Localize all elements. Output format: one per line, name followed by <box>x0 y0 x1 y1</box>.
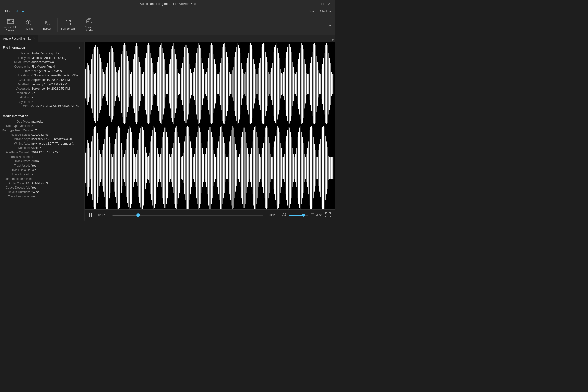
svg-rect-132 <box>173 43 174 124</box>
svg-rect-349 <box>86 148 86 187</box>
svg-rect-335 <box>325 44 326 123</box>
tab-close-button[interactable]: ✕ <box>33 37 35 40</box>
inspect-button[interactable]: Inspect <box>38 17 55 33</box>
svg-rect-136 <box>176 59 177 108</box>
svg-rect-45 <box>108 59 108 108</box>
info-icon <box>26 20 32 26</box>
mute-container[interactable]: Mute <box>311 214 322 217</box>
svg-rect-267 <box>274 47 275 120</box>
svg-rect-299 <box>298 59 299 109</box>
svg-rect-418 <box>138 144 138 191</box>
svg-rect-257 <box>267 62 267 106</box>
settings-button[interactable]: ⚙ ▾ <box>307 9 316 14</box>
svg-rect-618 <box>288 127 288 209</box>
svg-rect-681 <box>92 214 92 217</box>
svg-rect-652 <box>313 137 314 198</box>
view-in-file-browser-button[interactable]: View in FileBrowser <box>2 17 19 33</box>
svg-rect-340 <box>329 58 330 110</box>
svg-rect-69 <box>126 47 126 120</box>
svg-rect-528 <box>220 127 221 209</box>
svg-rect-72 <box>128 60 128 107</box>
convert-audio-button[interactable]: ConvertAudio <box>81 17 98 33</box>
minimize-button[interactable]: – <box>313 2 318 6</box>
info-value-docreadver: 2 <box>35 128 37 132</box>
mute-checkbox[interactable] <box>311 214 314 217</box>
help-button[interactable]: ? Help ▾ <box>318 9 333 14</box>
svg-rect-195 <box>220 63 221 104</box>
svg-rect-282 <box>286 58 286 110</box>
svg-rect-365 <box>98 139 98 197</box>
svg-rect-655 <box>316 154 316 182</box>
svg-rect-583 <box>262 154 262 182</box>
info-label-location: Location: <box>2 74 31 77</box>
svg-rect-567 <box>250 156 250 179</box>
fullscreen-icon <box>65 20 71 26</box>
info-value-hidden: No <box>31 96 35 99</box>
tab-bar-dropdown[interactable]: ▾ <box>332 38 335 42</box>
svg-rect-345 <box>333 74 334 94</box>
svg-rect-463 <box>172 154 172 182</box>
svg-rect-290 <box>292 57 292 111</box>
svg-rect-166 <box>199 43 199 124</box>
svg-rect-57 <box>117 74 117 94</box>
svg-rect-425 <box>143 130 144 205</box>
svg-rect-214 <box>235 57 235 111</box>
volume-thumb[interactable] <box>302 214 305 216</box>
menu-file[interactable]: File <box>2 8 12 14</box>
svg-rect-512 <box>208 130 209 205</box>
file-info-button[interactable]: File Info <box>20 17 37 33</box>
svg-rect-157 <box>192 74 192 94</box>
svg-rect-293 <box>294 70 294 97</box>
svg-rect-93 <box>144 68 144 100</box>
svg-rect-312 <box>308 74 309 94</box>
svg-rect-238 <box>252 54 253 113</box>
progress-thumb[interactable] <box>136 214 140 217</box>
svg-rect-622 <box>291 137 291 198</box>
svg-rect-500 <box>200 128 200 208</box>
ribbon-collapse-button[interactable]: ▲ <box>327 22 333 28</box>
svg-rect-152 <box>188 53 189 114</box>
svg-rect-475 <box>180 154 181 182</box>
progress-bar[interactable] <box>112 214 263 216</box>
close-button[interactable]: ✕ <box>327 2 332 6</box>
svg-rect-517 <box>212 137 213 198</box>
info-label-modified: Modified: <box>2 82 31 86</box>
file-info-menu-dots[interactable]: ⋮ <box>78 45 81 50</box>
menu-home[interactable]: Home <box>13 8 26 14</box>
svg-rect-167 <box>200 44 200 123</box>
svg-rect-16 <box>86 67 86 101</box>
info-label-datetime: Date/Time Original: <box>2 151 31 154</box>
svg-rect-353 <box>89 148 90 187</box>
svg-rect-592 <box>268 137 269 198</box>
svg-rect-415 <box>136 156 136 179</box>
svg-rect-497 <box>197 132 198 204</box>
svg-rect-464 <box>172 148 173 187</box>
svg-rect-301 <box>300 48 300 119</box>
svg-rect-392 <box>118 126 119 210</box>
svg-rect-356 <box>92 141 92 194</box>
svg-rect-42 <box>106 70 106 97</box>
volume-icon[interactable] <box>281 212 286 218</box>
svg-rect-394 <box>120 132 120 204</box>
svg-rect-263 <box>272 68 272 100</box>
fullscreen-button[interactable] <box>324 211 332 219</box>
svg-rect-288 <box>290 47 290 120</box>
volume-slider[interactable] <box>288 214 308 216</box>
info-label-hidden: Hidden: <box>2 96 31 99</box>
maximize-button[interactable]: □ <box>320 2 325 6</box>
svg-rect-427 <box>144 141 145 194</box>
tab-audio-recording[interactable]: Audio Recording.mka ✕ <box>0 35 38 42</box>
svg-rect-638 <box>303 143 303 193</box>
svg-rect-342 <box>331 68 331 100</box>
svg-rect-390 <box>117 129 117 207</box>
svg-rect-123 <box>166 74 167 94</box>
svg-rect-309 <box>306 69 306 98</box>
svg-rect-488 <box>190 141 191 194</box>
full-screen-button[interactable]: Full Screen <box>60 17 77 33</box>
svg-rect-625 <box>293 154 294 182</box>
svg-rect-94 <box>144 63 145 104</box>
svg-rect-82 <box>136 46 136 122</box>
svg-rect-631 <box>298 137 298 198</box>
svg-rect-546 <box>234 132 234 204</box>
pause-button[interactable] <box>88 212 94 218</box>
